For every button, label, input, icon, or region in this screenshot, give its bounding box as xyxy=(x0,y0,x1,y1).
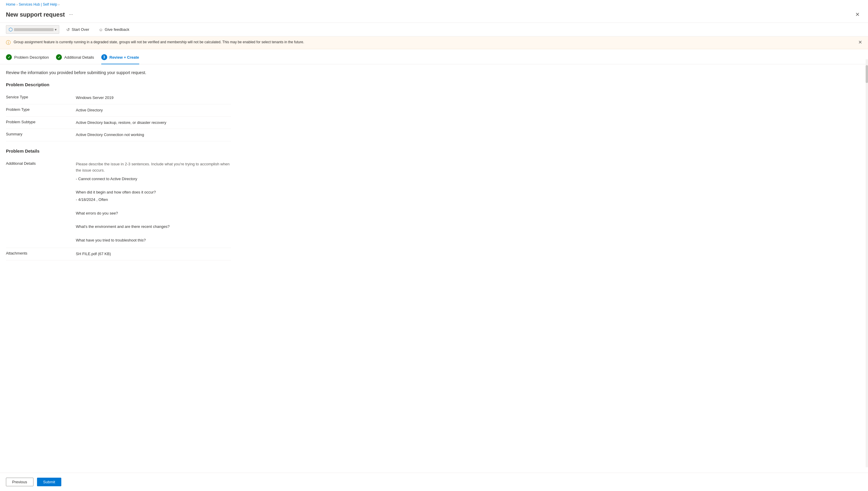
give-feedback-button[interactable]: ☺ Give feedback xyxy=(96,26,131,33)
more-options-button[interactable]: ··· xyxy=(67,11,74,18)
service-type-label: Service Type xyxy=(6,95,71,101)
problem-type-label: Problem Type xyxy=(6,107,71,114)
attachments-value: SH FILE.pdf (67 KB) xyxy=(76,251,231,257)
footer: Previous Submit xyxy=(0,473,868,491)
additional-details-a1: - 4/18/2024 , Often xyxy=(76,197,231,203)
tab-problem-description[interactable]: ✓ Problem Description xyxy=(6,54,49,64)
step-tabs: ✓ Problem Description ✓ Additional Detai… xyxy=(0,49,868,64)
additional-details-q4: What have you tried to troubleshoot this… xyxy=(76,237,231,243)
step-2-circle: ✓ xyxy=(56,54,62,60)
additional-details-item1: - Cannot connect to Active Directory xyxy=(76,176,231,182)
step-1-circle: ✓ xyxy=(6,54,12,60)
breadcrumb: Home › Services Hub | Self Help › xyxy=(0,0,868,9)
detail-row-summary: Summary Active Directory Connection not … xyxy=(6,129,231,141)
breadcrumb-home[interactable]: Home xyxy=(6,2,16,6)
detail-row-additional-details: Additional Details Please describe the i… xyxy=(6,158,231,248)
detail-row-service-type: Service Type Windows Server 2019 xyxy=(6,92,231,104)
step-2-label: Additional Details xyxy=(64,55,94,60)
problem-type-value: Active Directory xyxy=(76,107,231,114)
previous-button[interactable]: Previous xyxy=(6,478,33,486)
detail-row-problem-subtype: Problem Subtype Active Directory backup,… xyxy=(6,117,231,129)
dropdown-placeholder xyxy=(14,28,54,31)
main-content: Review the information you provided befo… xyxy=(0,64,237,284)
chevron-down-icon: ▾ xyxy=(55,28,57,32)
alert-banner: ⓘ Group assignment feature is currently … xyxy=(0,36,868,49)
review-subtitle: Review the information you provided befo… xyxy=(6,70,231,75)
toolbar: ⬡ ▾ ↺ Start Over ☺ Give feedback xyxy=(0,23,868,36)
breadcrumb-sep-2: › xyxy=(58,3,59,6)
give-feedback-label: Give feedback xyxy=(105,27,129,32)
page-title: New support request xyxy=(6,11,65,18)
step-3-label: Review + Create xyxy=(110,55,139,60)
additional-details-q2: What errors do you see? xyxy=(76,210,231,216)
group-dropdown[interactable]: ⬡ ▾ xyxy=(6,25,59,34)
step-1-label: Problem Description xyxy=(14,55,49,60)
refresh-icon: ↺ xyxy=(66,27,70,32)
additional-details-q3: What's the environment and are there rec… xyxy=(76,224,231,230)
breadcrumb-services-hub[interactable]: Services Hub | Self Help xyxy=(19,2,57,6)
alert-text: Group assignment feature is currently ru… xyxy=(13,39,855,45)
step-3-circle: 3 xyxy=(101,54,107,60)
tab-additional-details[interactable]: ✓ Additional Details xyxy=(56,54,94,64)
summary-label: Summary xyxy=(6,132,71,138)
check-icon-1: ✓ xyxy=(8,55,10,59)
start-over-button[interactable]: ↺ Start Over xyxy=(64,26,92,33)
submit-button[interactable]: Submit xyxy=(37,478,61,486)
problem-subtype-label: Problem Subtype xyxy=(6,120,71,126)
step-3-number: 3 xyxy=(103,55,105,59)
start-over-label: Start Over xyxy=(72,27,89,32)
scrollbar[interactable] xyxy=(866,59,868,467)
additional-details-description: Please describe the issue in 2-3 sentenc… xyxy=(76,161,231,174)
detail-row-problem-type: Problem Type Active Directory xyxy=(6,104,231,117)
scrollbar-thumb[interactable] xyxy=(866,65,868,83)
breadcrumb-sep-1: › xyxy=(17,3,18,6)
service-type-value: Windows Server 2019 xyxy=(76,95,231,101)
alert-close-button[interactable]: ✕ xyxy=(858,39,862,45)
org-icon: ⬡ xyxy=(8,27,13,32)
feedback-icon: ☺ xyxy=(99,27,103,32)
attachments-label: Attachments xyxy=(6,251,71,257)
additional-details-q1: When did it begin and how often does it … xyxy=(76,189,231,196)
problem-description-header: Problem Description xyxy=(6,82,231,87)
problem-details-header: Problem Details xyxy=(6,148,231,153)
check-icon-2: ✓ xyxy=(58,55,60,59)
page-header: New support request ··· ✕ xyxy=(0,9,868,23)
summary-value: Active Directory Connection not working xyxy=(76,132,231,138)
additional-details-value: Please describe the issue in 2-3 sentenc… xyxy=(76,161,231,245)
warning-icon: ⓘ xyxy=(6,40,11,46)
problem-subtype-value: Active Directory backup, restore, or dis… xyxy=(76,120,231,126)
close-button[interactable]: ✕ xyxy=(853,10,862,19)
additional-details-label: Additional Details xyxy=(6,161,71,245)
detail-row-attachments: Attachments SH FILE.pdf (67 KB) xyxy=(6,248,231,260)
tab-review-create[interactable]: 3 Review + Create xyxy=(101,54,139,64)
